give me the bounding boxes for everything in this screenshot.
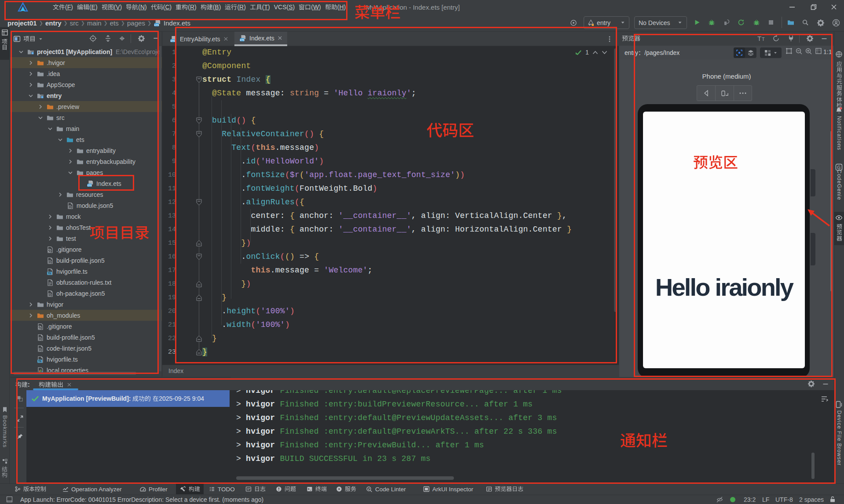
svg-text:ETS: ETS — [240, 38, 245, 41]
svg-text:ETS: ETS — [170, 39, 175, 42]
svg-text:T: T — [762, 36, 765, 42]
svg-text:TS: TS — [38, 360, 41, 363]
svg-text:G: G — [837, 165, 841, 170]
svg-text:ETS: ETS — [87, 184, 92, 186]
svg-text:TS: TS — [48, 272, 51, 275]
svg-text:T: T — [757, 35, 761, 42]
